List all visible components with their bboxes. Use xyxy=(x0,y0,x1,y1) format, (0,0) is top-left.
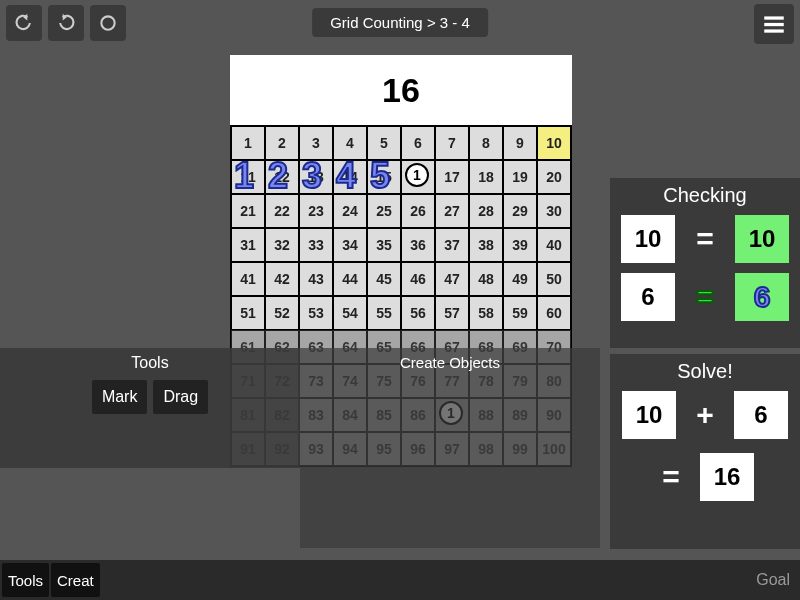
grid-cell[interactable]: 52 xyxy=(265,296,299,330)
grid-cell[interactable]: 3 xyxy=(299,126,333,160)
grid-cell[interactable]: 57 xyxy=(435,296,469,330)
grid-cell[interactable]: 8 xyxy=(469,126,503,160)
hamburger-icon xyxy=(761,11,787,37)
grid-cell[interactable]: 18 xyxy=(469,160,503,194)
grid-cell[interactable]: 44 xyxy=(333,262,367,296)
grid-cell[interactable]: 21 xyxy=(231,194,265,228)
grid-cell[interactable]: 42 xyxy=(265,262,299,296)
grid-cell[interactable]: 31 xyxy=(231,228,265,262)
solve-title: Solve! xyxy=(616,360,794,383)
grid-cell[interactable]: 6 xyxy=(401,126,435,160)
undo-button[interactable] xyxy=(6,5,42,41)
bottom-tab-creat[interactable]: Creat xyxy=(51,563,100,597)
breadcrumb[interactable]: Grid Counting > 3 - 4 xyxy=(312,8,488,37)
grid-cell[interactable]: 45 xyxy=(367,262,401,296)
undo-icon xyxy=(14,13,34,33)
svg-rect-3 xyxy=(764,29,784,32)
grid-cell[interactable]: 29 xyxy=(503,194,537,228)
svg-point-0 xyxy=(101,16,114,29)
circle-icon xyxy=(98,13,118,33)
solve-a[interactable]: 10 xyxy=(622,391,676,439)
grid-cell[interactable]: 23 xyxy=(299,194,333,228)
tools-title: Tools xyxy=(131,354,168,372)
grid-cell[interactable]: 12 xyxy=(265,160,299,194)
target-number: 16 xyxy=(230,55,572,125)
solve-panel: Solve! 10 + 6 = 16 xyxy=(610,354,800,549)
grid-cell[interactable]: 27 xyxy=(435,194,469,228)
svg-rect-1 xyxy=(764,16,784,19)
create-objects-title: Create Objects xyxy=(300,354,600,371)
grid-cell[interactable]: 58 xyxy=(469,296,503,330)
grid-cell[interactable]: 54 xyxy=(333,296,367,330)
redo-button[interactable] xyxy=(48,5,84,41)
grid-cell[interactable]: 11 xyxy=(231,160,265,194)
grid-cell[interactable]: 20 xyxy=(537,160,571,194)
grid-cell[interactable]: 14 xyxy=(333,160,367,194)
grid-cell[interactable]: 60 xyxy=(537,296,571,330)
tools-panel: Tools MarkDrag xyxy=(0,348,300,468)
grid-cell[interactable]: 7 xyxy=(435,126,469,160)
menu-button[interactable] xyxy=(754,4,794,44)
grid-cell[interactable]: 26 xyxy=(401,194,435,228)
grid-cell[interactable]: 53 xyxy=(299,296,333,330)
grid-cell[interactable]: 47 xyxy=(435,262,469,296)
grid-cell[interactable]: 59 xyxy=(503,296,537,330)
grid-cell[interactable]: 10 xyxy=(537,126,571,160)
grid-cell[interactable]: 55 xyxy=(367,296,401,330)
grid-cell[interactable]: 4 xyxy=(333,126,367,160)
equals-sign: = xyxy=(685,280,725,314)
grid-cell[interactable]: 43 xyxy=(299,262,333,296)
check-left[interactable]: 6 xyxy=(621,273,675,321)
solve-eq: = xyxy=(656,460,686,494)
grid-cell[interactable]: 13 xyxy=(299,160,333,194)
reset-button[interactable] xyxy=(90,5,126,41)
grid-cell[interactable]: 51 xyxy=(231,296,265,330)
checking-panel: Checking 10=106=6 xyxy=(610,178,800,348)
grid-cell[interactable]: 15 xyxy=(367,160,401,194)
svg-rect-2 xyxy=(764,23,784,26)
grid-cell[interactable]: 33 xyxy=(299,228,333,262)
grid-cell[interactable]: 49 xyxy=(503,262,537,296)
grid-cell[interactable]: 56 xyxy=(401,296,435,330)
tool-button-drag[interactable]: Drag xyxy=(153,380,208,414)
bottom-bar: ToolsCreat Goal xyxy=(0,560,800,600)
create-objects-panel: Create Objects xyxy=(300,348,600,548)
redo-icon xyxy=(56,13,76,33)
checking-title: Checking xyxy=(616,184,794,207)
grid-cell[interactable]: 16 xyxy=(401,160,435,194)
solve-op: + xyxy=(690,398,720,432)
grid-cell[interactable]: 5 xyxy=(367,126,401,160)
grid-cell[interactable]: 28 xyxy=(469,194,503,228)
grid-cell[interactable]: 2 xyxy=(265,126,299,160)
grid-cell[interactable]: 35 xyxy=(367,228,401,262)
grid-cell[interactable]: 40 xyxy=(537,228,571,262)
grid-cell[interactable]: 32 xyxy=(265,228,299,262)
grid-cell[interactable]: 48 xyxy=(469,262,503,296)
grid-cell[interactable]: 25 xyxy=(367,194,401,228)
check-left[interactable]: 10 xyxy=(621,215,675,263)
goal-label[interactable]: Goal xyxy=(756,571,790,589)
grid-cell[interactable]: 24 xyxy=(333,194,367,228)
check-right[interactable]: 6 xyxy=(735,273,789,321)
grid-cell[interactable]: 17 xyxy=(435,160,469,194)
grid-cell[interactable]: 19 xyxy=(503,160,537,194)
grid-cell[interactable]: 1 xyxy=(231,126,265,160)
grid-cell[interactable]: 22 xyxy=(265,194,299,228)
bottom-tab-tools[interactable]: Tools xyxy=(2,563,49,597)
grid-cell[interactable]: 37 xyxy=(435,228,469,262)
grid-cell[interactable]: 38 xyxy=(469,228,503,262)
grid-cell[interactable]: 30 xyxy=(537,194,571,228)
grid-cell[interactable]: 9 xyxy=(503,126,537,160)
check-right[interactable]: 10 xyxy=(735,215,789,263)
solve-result[interactable]: 16 xyxy=(700,453,754,501)
solve-b[interactable]: 6 xyxy=(734,391,788,439)
grid-cell[interactable]: 39 xyxy=(503,228,537,262)
grid-cell[interactable]: 46 xyxy=(401,262,435,296)
equals-sign: = xyxy=(685,222,725,256)
grid-cell[interactable]: 36 xyxy=(401,228,435,262)
grid-cell[interactable]: 50 xyxy=(537,262,571,296)
tool-button-mark[interactable]: Mark xyxy=(92,380,148,414)
grid-cell[interactable]: 34 xyxy=(333,228,367,262)
grid-cell[interactable]: 41 xyxy=(231,262,265,296)
